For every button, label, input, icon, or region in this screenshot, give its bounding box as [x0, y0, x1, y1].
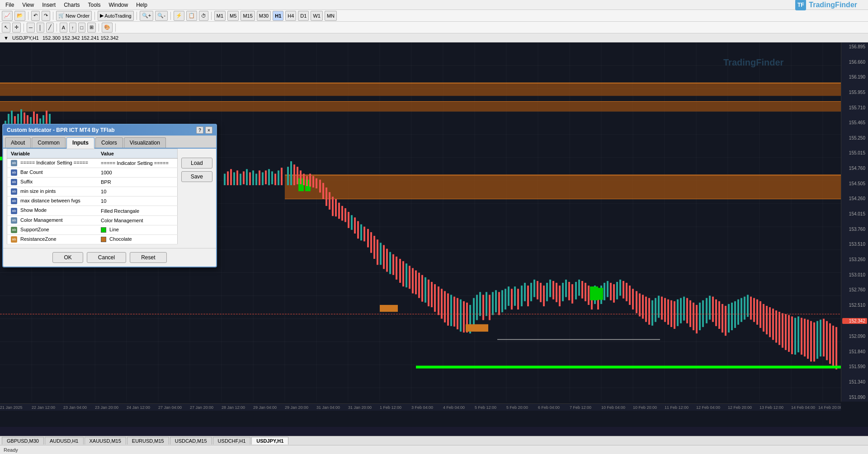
load-button[interactable]: Load	[181, 158, 212, 168]
table-row[interactable]: ab ResistanceZone Chocolate	[7, 234, 178, 244]
tab-usdjpy-active[interactable]: USDJPY,H1	[251, 437, 288, 445]
color-selector[interactable]: 🎨	[102, 23, 113, 33]
svg-rect-231	[728, 304, 730, 332]
time-feb12b: 12 Feb 20:00	[728, 405, 752, 410]
tab-visualization[interactable]: Visualization	[124, 137, 166, 148]
tab-eurusd[interactable]: EURUSD,M15	[127, 437, 169, 445]
box-btn[interactable]: □	[78, 23, 86, 33]
val-resistance-zone[interactable]: Chocolate	[97, 234, 177, 244]
menu-view[interactable]: View	[19, 1, 38, 9]
table-row[interactable]: ab min size in pints 10	[7, 187, 178, 197]
side-buttons: Load Save	[181, 149, 212, 244]
menu-insert[interactable]: Insert	[38, 1, 59, 9]
cursor-btn[interactable]: ↖	[2, 23, 10, 33]
dialog-help-btn[interactable]: ?	[196, 126, 203, 134]
val-show-mode[interactable]: Filled Rectangale	[97, 206, 177, 215]
svg-rect-210	[667, 300, 669, 325]
undo-btn[interactable]: ↶	[31, 11, 40, 21]
val-suffix[interactable]: BPR	[97, 178, 177, 187]
tf-m1[interactable]: M1	[214, 11, 226, 21]
svg-rect-170	[540, 283, 542, 302]
menu-charts[interactable]: Charts	[60, 1, 83, 9]
price-155015: 155.015	[842, 150, 867, 155]
save-button[interactable]: Save	[181, 171, 212, 182]
svg-rect-155	[501, 290, 503, 312]
val-support-zone[interactable]: Line	[97, 225, 177, 234]
table-row[interactable]: ab Show Mode Filled Rectangale	[7, 206, 178, 215]
trendline-btn[interactable]: ╱	[46, 23, 54, 33]
tf-h4[interactable]: H4	[285, 11, 296, 21]
svg-rect-248	[782, 313, 783, 347]
tf-d1[interactable]: D1	[298, 11, 309, 21]
svg-rect-117	[383, 245, 385, 269]
tab-usdchf[interactable]: USDCHF,H1	[213, 437, 251, 445]
zoom-in-btn[interactable]: 🔍+	[140, 11, 153, 21]
tab-about[interactable]: About	[5, 137, 31, 148]
open-btn[interactable]: 📂	[14, 11, 25, 21]
val-indicator-setting: ===== Indicator Setting =====	[97, 159, 177, 168]
svg-rect-70	[236, 170, 238, 185]
table-row[interactable]: ab SupportZone Line	[7, 225, 178, 234]
tab-audusd[interactable]: AUDUSD,H1	[45, 437, 84, 445]
redo-btn[interactable]: ↷	[42, 11, 50, 21]
menu-file[interactable]: File	[2, 1, 18, 9]
dialog-tabs: About Common Inputs Colors Visualization	[3, 136, 216, 149]
table-row[interactable]: ab Suffix BPR	[7, 178, 178, 187]
tab-inputs[interactable]: Inputs	[66, 137, 94, 149]
tf-m30[interactable]: M30	[257, 11, 271, 21]
svg-rect-79	[265, 170, 267, 184]
toolbar-drawing: ↖ ✛ ─ │ ╱ A ↑ □ ⊞ 🎨	[0, 22, 868, 33]
period-btn[interactable]: ⏱	[199, 11, 208, 21]
tab-usdcad[interactable]: USDCAD,M15	[170, 437, 212, 445]
menu-window[interactable]: Window	[105, 1, 132, 9]
svg-rect-98	[322, 183, 324, 199]
val-min-size[interactable]: 10	[97, 187, 177, 197]
tf-mn[interactable]: MN	[325, 11, 337, 21]
var-label-3: Suffix	[20, 179, 33, 184]
svg-rect-109	[357, 221, 359, 239]
tab-colors[interactable]: Colors	[95, 137, 123, 148]
svg-rect-156	[505, 289, 506, 309]
tf-h1[interactable]: H1	[273, 11, 283, 21]
tab-common[interactable]: Common	[32, 137, 66, 148]
val-bar-count[interactable]: 1000	[97, 168, 177, 178]
var-label-4: min size in pints	[20, 188, 56, 194]
tf-w1[interactable]: W1	[311, 11, 323, 21]
text-btn[interactable]: A	[60, 23, 67, 33]
svg-rect-260	[820, 320, 821, 357]
tab-xauusd[interactable]: XAUUSD,M15	[85, 437, 126, 445]
tf-logo-text: TradingFinder	[809, 1, 857, 9]
menu-tools[interactable]: Tools	[85, 1, 104, 9]
svg-rect-265	[835, 327, 837, 370]
svg-rect-105	[344, 208, 346, 222]
tf-m5[interactable]: M5	[227, 11, 239, 21]
reset-button[interactable]: Reset	[130, 252, 166, 263]
vline-btn[interactable]: │	[37, 23, 44, 33]
table-row[interactable]: ab max distance between fvgs 10	[7, 197, 178, 206]
new-order-btn[interactable]: 🛒 New Order	[56, 11, 92, 21]
crosshair-btn[interactable]: ✛	[12, 23, 21, 33]
fib-btn[interactable]: ⊞	[87, 23, 96, 33]
templates-btn[interactable]: 📋	[186, 11, 197, 21]
svg-rect-41	[0, 83, 841, 96]
dialog-close-btn[interactable]: ×	[205, 126, 212, 134]
ok-button[interactable]: OK	[52, 252, 83, 263]
hline-btn[interactable]: ─	[27, 23, 35, 33]
svg-rect-241	[760, 301, 761, 328]
cancel-button[interactable]: Cancel	[87, 252, 126, 263]
tab-gbpusd[interactable]: GBPUSD,M30	[2, 437, 44, 445]
menu-help[interactable]: Help	[132, 1, 151, 9]
dialog-titlebar-buttons: ? ×	[196, 126, 212, 134]
val-max-distance[interactable]: 10	[97, 197, 177, 206]
zoom-out-btn[interactable]: 🔍-	[155, 11, 168, 21]
sep4	[137, 12, 137, 20]
autotrading-btn[interactable]: ▶ AutoTrading	[98, 11, 134, 21]
svg-rect-167	[530, 283, 532, 301]
new-chart-btn[interactable]: 📈	[2, 11, 13, 21]
table-row[interactable]: ab Bar Count 1000	[7, 168, 178, 178]
arrow-btn[interactable]: ↑	[69, 23, 76, 33]
indicators-btn[interactable]: ⚡	[174, 11, 184, 21]
svg-rect-263	[829, 323, 831, 364]
sep6	[211, 12, 212, 20]
tf-m15[interactable]: M15	[241, 11, 255, 21]
